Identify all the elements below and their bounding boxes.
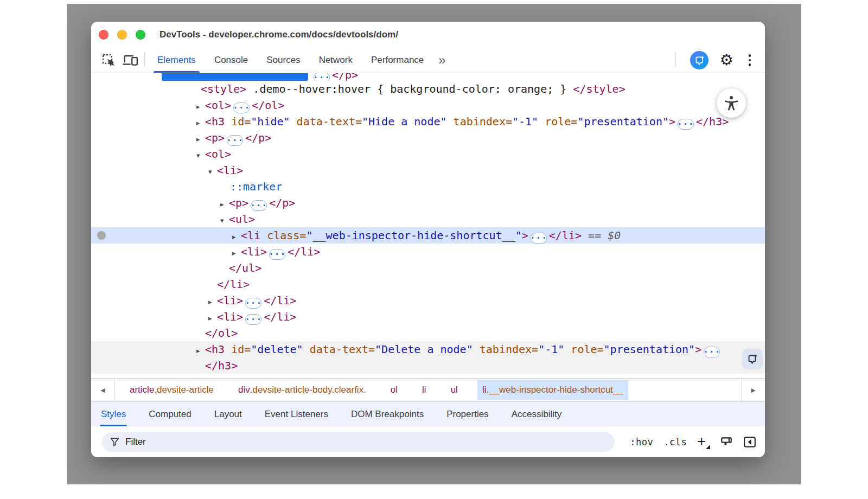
minimize-window-button[interactable] [117, 30, 127, 40]
dom-tree-row[interactable]: </li> [91, 276, 765, 292]
code-segment: <ol> [205, 99, 231, 112]
expand-arrow-icon[interactable]: ▸ [196, 115, 205, 131]
ellipsis-badge[interactable]: ··· [531, 233, 547, 244]
collapse-arrow-icon[interactable]: ▾ [196, 148, 205, 164]
tab-network[interactable]: Network [310, 48, 362, 73]
kebab-menu-button[interactable] [744, 52, 756, 68]
sidebar-tab-event-listeners[interactable]: Event Listeners [265, 402, 328, 426]
dom-tree-row[interactable]: <style> .demo--hover:hover { background-… [91, 81, 765, 97]
breadcrumb-item[interactable]: div.devsite-article-body.clearfix. [233, 380, 371, 400]
expand-arrow-icon[interactable]: ▸ [196, 131, 205, 148]
breadcrumb-item[interactable]: ul [446, 380, 463, 400]
new-style-rule-button[interactable]: + [697, 434, 710, 449]
sidebar-tab-properties[interactable]: Properties [446, 402, 488, 426]
dom-tree-row[interactable]: </h3> [91, 357, 765, 374]
dom-tree-row[interactable]: ▾<ol> [91, 146, 765, 162]
dom-tree-row[interactable]: </ol> [91, 325, 765, 341]
tab-sources[interactable]: Sources [257, 48, 309, 73]
breadcrumb-item[interactable]: article.devsite-article [125, 380, 219, 400]
dom-tree-row[interactable]: ▸<p>···</p> [91, 130, 765, 146]
expand-arrow-icon[interactable]: ▸ [232, 245, 241, 261]
code-segment: ::marker [230, 180, 282, 193]
ellipsis-badge[interactable]: ··· [233, 103, 250, 113]
dom-tree-row[interactable]: ···</p> [91, 73, 765, 81]
dom-tree-row[interactable]: ::marker [91, 178, 765, 195]
ellipsis-badge[interactable]: ··· [227, 135, 243, 146]
device-toolbar-button[interactable] [119, 51, 141, 69]
expand-arrow-icon[interactable]: ▸ [196, 343, 205, 359]
collapse-arrow-icon[interactable]: ▾ [220, 213, 229, 229]
close-window-button[interactable] [99, 30, 108, 40]
ai-assistant-button[interactable] [690, 51, 709, 69]
more-tabs-button[interactable]: » [433, 53, 451, 68]
code-segment: </li> [217, 278, 250, 291]
dom-tree-row[interactable]: ▾<ul> [91, 211, 765, 227]
ellipsis-badge[interactable]: ··· [704, 347, 720, 357]
dom-tree-row[interactable]: ▾<li> [91, 162, 765, 178]
expand-arrow-icon[interactable]: ▸ [208, 310, 217, 327]
expand-arrow-icon[interactable]: ▸ [220, 375, 229, 378]
collapse-arrow-icon[interactable]: ▾ [208, 164, 217, 180]
dom-tree-row[interactable]: ▸<h3 id="delete" data-text="Delete a nod… [91, 341, 765, 357]
dom-tree[interactable]: ···</p><style> .demo--hover:hover { back… [91, 73, 765, 378]
brush-icon [720, 436, 733, 449]
settings-button[interactable]: ⚙ [719, 53, 733, 68]
code-segment: </p> [332, 73, 358, 81]
breadcrumb-item[interactable]: li.__web-inspector-hide-shortcut__ [477, 380, 628, 400]
styles-filter-bar: Filter :hov .cls + [91, 426, 765, 457]
dom-tree-row[interactable]: ▸<p>···</p> [91, 374, 765, 378]
code-segment: "__web-inspector-hide-shortcut__" [306, 229, 521, 242]
dom-tree-row[interactable]: ▸<p>···</p> [91, 195, 765, 211]
ellipsis-badge[interactable]: ··· [314, 73, 330, 81]
ellipsis-badge[interactable]: ··· [678, 119, 694, 130]
code-segment: tabindex= [447, 115, 512, 128]
styles-filter-input[interactable]: Filter [102, 432, 615, 452]
breadcrumb-part: div [238, 385, 250, 395]
ellipsis-badge[interactable]: ··· [269, 249, 285, 260]
gutter-dot-icon [97, 231, 106, 240]
tab-console[interactable]: Console [205, 48, 257, 73]
ask-ai-hover-button[interactable] [742, 349, 763, 369]
zoom-window-button[interactable] [136, 30, 145, 40]
dom-tree-row[interactable]: </ul> [91, 260, 765, 276]
dock-side-button[interactable] [743, 436, 756, 448]
breadcrumb-scroll-left-button[interactable]: ◀ [91, 379, 115, 401]
tab-elements[interactable]: Elements [148, 48, 205, 73]
dom-tree-row[interactable]: ▸<ol>···</ol> [91, 97, 765, 113]
filter-placeholder: Filter [125, 437, 146, 447]
code-segment: <p> [205, 131, 225, 144]
code-segment: data-text= [303, 343, 375, 356]
tab-performance[interactable]: Performance [362, 48, 433, 73]
brush-button[interactable] [720, 436, 733, 449]
sidebar-tab-layout[interactable]: Layout [214, 402, 242, 426]
dom-tree-row[interactable]: ▸<li>···</li> [91, 309, 765, 325]
expand-arrow-icon[interactable]: ▸ [196, 99, 205, 115]
inspect-element-button[interactable] [98, 51, 119, 69]
dom-tree-row[interactable]: ▸<li>···</li> [91, 244, 765, 260]
sidebar-tab-styles[interactable]: Styles [101, 402, 126, 426]
dom-tree-row[interactable]: ▸<h3 id="hide" data-text="Hide a node" t… [91, 113, 765, 130]
ellipsis-badge[interactable]: ··· [245, 298, 261, 309]
breadcrumb-part: ol [391, 385, 398, 395]
sidebar-tab-computed[interactable]: Computed [149, 402, 191, 426]
toggle-hover-state-button[interactable]: :hov [630, 437, 653, 447]
sidebar-tab-dom-breakpoints[interactable]: DOM Breakpoints [351, 402, 424, 426]
code-segment: <p> [229, 375, 248, 378]
breadcrumb-item[interactable]: ol [386, 380, 403, 400]
sidebar-tab-accessibility[interactable]: Accessibility [512, 402, 562, 426]
dom-tree-row[interactable]: ▸<li>···</li> [91, 292, 765, 309]
expand-arrow-icon[interactable]: ▸ [232, 229, 241, 245]
inspect-icon [101, 53, 116, 68]
ellipsis-badge[interactable]: ··· [245, 314, 261, 325]
dom-tree-row[interactable]: ▸<li class="__web-inspector-hide-shortcu… [91, 227, 765, 244]
breadcrumb-part: article [130, 385, 154, 395]
code-segment: <h3 [205, 343, 225, 356]
ellipsis-badge[interactable]: ··· [251, 200, 267, 211]
breadcrumb-item[interactable]: li [417, 380, 431, 400]
accessibility-floating-button[interactable] [717, 88, 746, 118]
breadcrumb-part: .devsite-article-body.clearfix. [250, 385, 366, 395]
toggle-classes-button[interactable]: .cls [663, 437, 687, 447]
breadcrumb-scroll-right-button[interactable]: ▶ [741, 379, 765, 401]
expand-arrow-icon[interactable]: ▸ [208, 294, 217, 310]
expand-arrow-icon[interactable]: ▸ [220, 196, 229, 213]
